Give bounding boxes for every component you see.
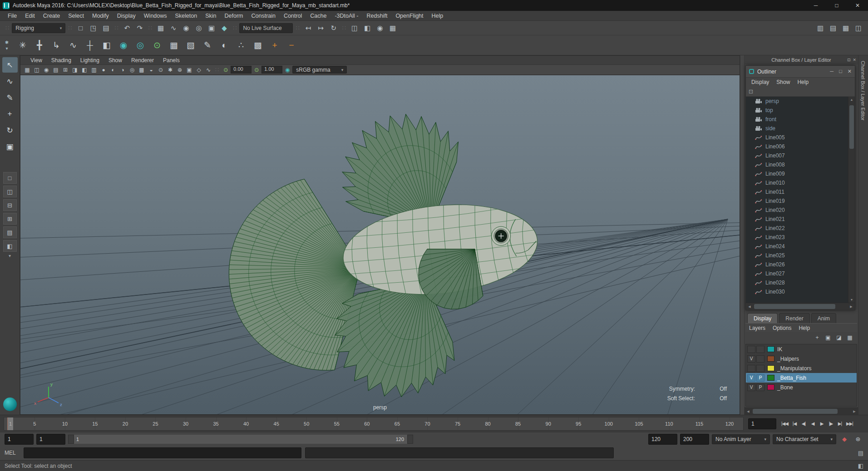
menu-select[interactable]: Select: [64, 13, 88, 19]
image-plane-icon[interactable]: ⊞: [61, 66, 70, 74]
safe-action-icon[interactable]: ◑: [118, 66, 127, 74]
view-grid-icon[interactable]: ◨: [70, 66, 79, 74]
mirror-joint-icon[interactable]: ◧: [99, 37, 115, 54]
paint-weights-icon[interactable]: ✎: [199, 37, 216, 54]
snap-grid-icon[interactable]: ▦: [155, 22, 167, 34]
shadows-icon[interactable]: ▣: [185, 66, 194, 74]
snap-view-plane-icon[interactable]: ▣: [206, 22, 217, 34]
screen-space-ao-icon[interactable]: ◇: [194, 66, 203, 74]
resolution-gate-icon[interactable]: ▥: [89, 66, 99, 74]
layer-visibility-cell[interactable]: [747, 346, 755, 353]
character-set-dropdown[interactable]: No Character Set▾: [773, 434, 836, 444]
layout-two-pane-stacked-button[interactable]: ⊟: [3, 199, 17, 211]
command-line-input[interactable]: [24, 447, 301, 458]
open-scene-icon[interactable]: ◳: [88, 22, 99, 34]
wireframe-icon[interactable]: ◒: [147, 66, 156, 74]
select-tool-button[interactable]: ↖: [2, 57, 18, 73]
open-render-view-icon[interactable]: ◫: [349, 22, 360, 34]
rotate-tool-button[interactable]: ↻: [2, 123, 18, 138]
layer-row-halpers[interactable]: V_Halpers: [746, 354, 857, 363]
outliner-item-line005[interactable]: Line005: [746, 133, 848, 142]
outliner-item-side[interactable]: side: [746, 124, 848, 133]
undo-icon[interactable]: ↶: [121, 22, 133, 34]
redo-icon[interactable]: ↷: [134, 22, 146, 34]
separator-grip[interactable]: ∷: [215, 66, 219, 73]
range-end-handle[interactable]: [407, 435, 413, 444]
outliner-close-button[interactable]: ✕: [848, 69, 852, 74]
bind-skin-icon[interactable]: ▦: [166, 37, 182, 54]
menu-help[interactable]: Help: [428, 13, 448, 19]
outliner-menu-help[interactable]: Help: [794, 79, 812, 85]
panel-layout-icon[interactable]: ◫: [853, 22, 864, 34]
hik-skeleton-icon[interactable]: ◎: [132, 37, 148, 54]
add-influence-icon[interactable]: +: [266, 37, 283, 54]
outliner-item-top[interactable]: top: [746, 106, 848, 115]
menu-cache[interactable]: Cache: [306, 13, 330, 19]
outliner-item-front[interactable]: front: [746, 115, 848, 124]
layout-two-pane-side-button[interactable]: ◫: [3, 186, 17, 197]
create-layer-from-selected-icon[interactable]: ▣: [824, 334, 833, 342]
scroll-down-icon[interactable]: ▼: [848, 297, 855, 303]
viewport-canvas[interactable]: xyz persp Symmetry:Off Soft Select:Off: [20, 75, 740, 414]
outliner-item-line030[interactable]: Line030: [746, 287, 848, 296]
layout-three-pane-split-button[interactable]: ▤: [3, 226, 17, 238]
view-transform-dropdown[interactable]: sRGB gamma▾: [292, 66, 347, 74]
isolate-select-icon[interactable]: ▩: [137, 66, 146, 74]
multisample-icon[interactable]: ∿: [204, 66, 213, 74]
viewport-menu-renderer[interactable]: Renderer: [127, 57, 158, 64]
select-camera-icon[interactable]: ▦: [23, 66, 32, 74]
scroll-left-icon[interactable]: ◀: [745, 410, 752, 413]
step-back-key-button[interactable]: ◀|: [799, 418, 808, 430]
film-gate-icon[interactable]: ◧: [80, 66, 89, 74]
lock-camera-icon[interactable]: ◫: [32, 66, 41, 74]
joint-tool-icon[interactable]: ╋: [31, 37, 48, 54]
outliner-item-line026[interactable]: Line026: [746, 260, 848, 269]
script-editor-icon[interactable]: ▤: [858, 450, 863, 456]
time-slider[interactable]: 1510152025303540455055606570758085909510…: [4, 417, 744, 431]
outliner-minimize-button[interactable]: ─: [830, 69, 833, 74]
command-line-result-field[interactable]: [305, 447, 614, 458]
filter-icon[interactable]: ⊡: [749, 88, 753, 95]
scroll-right-icon[interactable]: ▶: [848, 305, 855, 309]
menu-skeleton[interactable]: Skeleton: [171, 13, 202, 19]
layer-menu-options[interactable]: Options: [769, 325, 795, 331]
separator-grip[interactable]: ∷: [296, 25, 299, 31]
scale-tool-button[interactable]: ▣: [2, 139, 18, 154]
menu-redshift[interactable]: Redshift: [363, 13, 392, 19]
maximize-button[interactable]: □: [826, 0, 847, 11]
layer-color-swatch[interactable]: [767, 375, 774, 381]
scrollbar-thumb[interactable]: [753, 409, 838, 414]
create-override-layer-icon[interactable]: ◪: [834, 334, 843, 342]
gamma-toggle-icon[interactable]: ⊙: [252, 66, 261, 74]
ipr-render-icon[interactable]: ◉: [374, 22, 386, 34]
current-time-marker[interactable]: [7, 417, 13, 430]
snap-curve-icon[interactable]: ∿: [168, 22, 179, 34]
layer-menu-layers[interactable]: Layers: [745, 325, 769, 331]
cluster-icon[interactable]: ∴: [233, 37, 249, 54]
layer-menu-help[interactable]: Help: [795, 325, 814, 331]
viewport-menu-lighting[interactable]: Lighting: [76, 57, 104, 64]
viewport-menu-view[interactable]: View: [26, 57, 47, 64]
menu-control[interactable]: Control: [280, 13, 306, 19]
outliner-item-line006[interactable]: Line006: [746, 142, 848, 151]
layer-visibility-cell[interactable]: V: [747, 355, 755, 363]
shaded-icon[interactable]: ⊙: [156, 66, 165, 74]
input-connections-icon[interactable]: ↤: [302, 22, 314, 34]
layer-playback-cell[interactable]: [756, 365, 764, 372]
panel-divider[interactable]: [740, 55, 745, 415]
close-button[interactable]: ✕: [847, 0, 868, 11]
tool-settings-toggle-icon[interactable]: ▤: [827, 22, 839, 34]
layer-row-manipulators[interactable]: _Manipulators: [746, 363, 857, 373]
outliner-item-persp[interactable]: persp: [746, 97, 848, 106]
channel-box-vertical-tab[interactable]: Channel Box / Layer Editor: [860, 55, 866, 120]
live-surface-field[interactable]: No Live Surface: [239, 23, 293, 33]
snap-point-icon[interactable]: ◉: [180, 22, 192, 34]
outliner-menu-display[interactable]: Display: [748, 79, 773, 85]
viewport-menu-shading[interactable]: Shading: [47, 57, 76, 64]
insert-joint-icon[interactable]: ┼: [82, 37, 98, 54]
help-line-toggle-icon[interactable]: ◧: [858, 462, 863, 469]
layer-playback-cell[interactable]: P: [756, 384, 764, 391]
ik-spline-icon[interactable]: ∿: [65, 37, 81, 54]
go-to-end-button[interactable]: ▶▶|: [845, 418, 854, 430]
gamma-field[interactable]: 1.00: [261, 66, 282, 74]
